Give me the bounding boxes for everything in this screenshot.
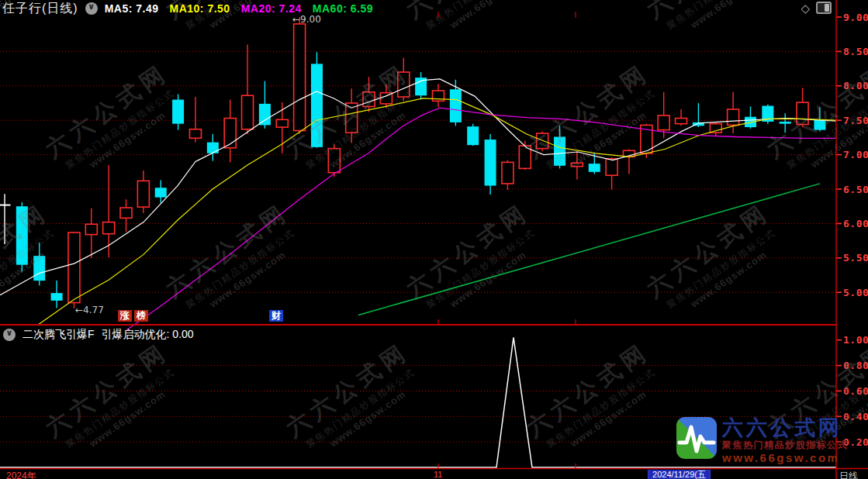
ma-label: MA20: 7.24 [241, 2, 302, 15]
indicator-axis-label: 0.80 [843, 360, 868, 371]
indicator-axis-label: 1.00 [843, 334, 868, 346]
tag-cai[interactable]: 财 [269, 310, 283, 322]
indicator-header: 二次腾飞引爆F 引爆启动优化: 0.00 [3, 328, 194, 342]
candle-body-up [606, 159, 617, 175]
candle-body-up [398, 72, 410, 97]
candle-body-up [710, 124, 721, 133]
header-bar: 任子行(日线) MA5: 7.49MA10: 7.50MA20: 7.24MA6… [2, 1, 373, 16]
site-name: 六六公式网 [722, 417, 848, 439]
price-axis-label: 6.00 [843, 218, 868, 229]
indicator-axis-label: 0.60 [843, 385, 868, 397]
candle-body-down [155, 188, 167, 197]
price-axis-label: 5.00 [843, 287, 868, 298]
candle-body-up [103, 222, 115, 234]
candle-body-up [137, 181, 149, 207]
diamond-icon[interactable]: ◇ [801, 2, 810, 14]
price-axis-label: 5.50 [843, 252, 868, 264]
price-axis-label: 7.00 [843, 149, 868, 160]
chevron-down-icon[interactable] [85, 2, 98, 15]
ma-label: MA10: 7.50 [170, 2, 230, 15]
axes-layer: 9.008.508.007.507.006.506.005.505.001.00… [0, 0, 868, 479]
month-label: 11 [434, 470, 442, 479]
site-tagline: 聚焦热门精品炒股指标公式 [722, 439, 848, 451]
candle-body-up [676, 119, 687, 124]
price-axis-label: 8.00 [843, 80, 868, 91]
stock-app-screen: 9.008.508.007.507.006.506.005.505.001.00… [0, 0, 868, 479]
candle-body-up [502, 162, 514, 184]
candle-body-up [658, 115, 669, 130]
date-axis: 2024年 11 2024/11/29(五 日线 [0, 470, 868, 479]
ma-line-ma60 [358, 184, 820, 315]
candle-body-down [259, 104, 271, 126]
candle-body-down [311, 64, 323, 146]
candle-body-down [589, 164, 600, 172]
price-axis-label: 7.50 [843, 115, 868, 126]
site-logo[interactable]: 六六公式网 聚焦热门精品炒股指标公式 www.66gsw.com [676, 417, 867, 467]
tag-bang[interactable]: 榜 [134, 310, 148, 322]
candle-body-down [485, 140, 496, 185]
candle-body-up [68, 233, 80, 303]
price-axis-label: 9.00 [843, 12, 868, 23]
candle-body-up [242, 95, 254, 129]
stock-title: 任子行(日线) [2, 1, 78, 17]
candle-body-up [276, 119, 288, 127]
candle-body-up [797, 102, 808, 124]
year-label: 2024年 [6, 470, 36, 479]
candle-body-up [120, 208, 132, 218]
candle-body-up [363, 92, 375, 107]
price-axis-label: 6.50 [843, 184, 868, 195]
tag-zhang[interactable]: 涨 [118, 310, 132, 322]
candle-body-down [51, 293, 63, 301]
gridlines-layer [0, 51, 836, 442]
indicator-chevron-down-icon[interactable] [3, 329, 16, 341]
pulse-logo-icon [676, 417, 717, 459]
site-url: www.66gsw.com [722, 451, 848, 465]
ma-labels: MA5: 7.49MA10: 7.50MA20: 7.24MA60: 6.59 [105, 2, 373, 15]
indicator-name: 二次腾飞引爆F [22, 328, 95, 342]
candle-body-up [328, 149, 340, 173]
candle-body-down [814, 119, 825, 129]
period-label[interactable]: 日线 [839, 470, 858, 479]
ma-label: MA5: 7.49 [105, 2, 159, 15]
candle-body-up [728, 109, 739, 125]
logo-text: 六六公式网 聚焦热门精品炒股指标公式 www.66gsw.com [722, 417, 848, 467]
candle-body-down [33, 256, 45, 281]
main-chart-svg[interactable]: 9.008.508.007.507.006.506.005.505.001.00… [0, 0, 868, 479]
candle-body-down [16, 206, 28, 264]
price-annotation: ←4.77 [75, 305, 104, 315]
price-axis-label: 8.50 [843, 46, 868, 57]
candle-body-up [85, 224, 97, 234]
candle-body-up [189, 129, 201, 139]
candle-body-up [571, 163, 583, 166]
candle-body-down [207, 143, 219, 153]
split-window-icon[interactable] [816, 2, 832, 14]
candle-body-up [537, 133, 548, 149]
indicator-value: 引爆启动优化: 0.00 [102, 328, 194, 342]
candles-layer [0, 17, 825, 308]
candle-body-down [554, 137, 565, 166]
candle-body-down [467, 126, 479, 145]
pulse-line-icon [676, 417, 717, 459]
window-controls: ◇ [801, 2, 832, 14]
ma-label: MA60: 6.59 [313, 2, 373, 15]
ma-line-ma5 [0, 79, 836, 295]
current-date-box: 2024/11/29(五 [648, 470, 711, 479]
candle-body-down [172, 100, 184, 124]
candle-body-down [0, 205, 11, 206]
candle-body-up [224, 119, 236, 148]
candle-body-down [450, 89, 462, 122]
candle-body-up [294, 24, 306, 131]
candle-body-down [780, 122, 791, 124]
